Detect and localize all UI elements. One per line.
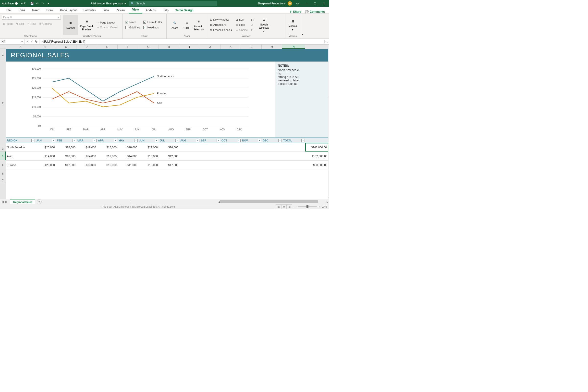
share-button[interactable]: ⇪ Share (290, 10, 301, 14)
col-header-A[interactable]: A (6, 44, 35, 49)
zoom-level[interactable]: 90% (322, 205, 327, 208)
col-header-G[interactable]: G (138, 44, 159, 49)
chart[interactable]: $0$5,000$10,000$15,000$20,000$25,000$30,… (6, 62, 275, 138)
filter-icon[interactable]: ▾ (31, 139, 35, 142)
table-header-apr[interactable]: APR▾ (97, 138, 118, 143)
tab-file[interactable]: File (2, 7, 14, 14)
ribbon-display-icon[interactable]: ▭ (294, 1, 301, 6)
sheetview-dropdown[interactable]: Default▾ (2, 15, 61, 20)
col-header-M[interactable]: M (262, 44, 282, 49)
headings-checkbox[interactable]: Headings (142, 26, 163, 30)
tab-add-ins[interactable]: Add-ins (142, 7, 159, 14)
customviews-button[interactable]: ▭ Custom Views (96, 25, 118, 29)
minimize-button[interactable]: — (303, 1, 310, 6)
tab-help[interactable]: Help (159, 7, 172, 14)
table-header-jul[interactable]: JUL▾ (159, 138, 179, 143)
row-header-7[interactable]: 7 (0, 178, 6, 183)
collapse-ribbon-button[interactable]: ˆ (300, 14, 305, 38)
normal-view-button[interactable]: ▦ Normal (63, 15, 78, 35)
table-header-total[interactable]: TOTAL▾ (282, 138, 305, 143)
tab-page-layout[interactable]: Page Layout (57, 7, 80, 14)
zoom-out-button[interactable]: — (294, 205, 296, 208)
table-header-region[interactable]: REGION▾ (6, 138, 35, 143)
filter-icon[interactable]: ▾ (155, 139, 158, 142)
filter-icon[interactable]: ▾ (93, 139, 96, 142)
zoom-in-button[interactable]: + (319, 205, 320, 208)
customize-qat-icon[interactable]: ▾ (46, 1, 50, 6)
row-header-3[interactable]: 3 (0, 146, 6, 152)
table-row[interactable]: Asia$14,000$18,000$14,000$12,000$14,000$… (6, 152, 328, 160)
filter-icon[interactable]: ▾ (196, 139, 199, 142)
horizontal-scrollbar[interactable]: ◀ ▶ (218, 200, 328, 204)
zoom100-button[interactable]: ▭100% (182, 15, 191, 35)
table-header-oct[interactable]: OCT▾ (221, 138, 241, 143)
comments-button[interactable]: 💬 Comments (305, 10, 325, 14)
table-header-feb[interactable]: FEB▾ (56, 138, 76, 143)
pagebreak-button[interactable]: ⊞ Page Break Preview (79, 15, 94, 35)
filter-icon[interactable]: ▾ (52, 139, 55, 142)
formula-input[interactable]: =SUM('Regional Sales'!$B4:$M4) (39, 40, 324, 44)
notes-panel[interactable]: NOTES: North America citsstrong run in A… (275, 62, 328, 138)
filename[interactable]: FileInfo.com Example.xlsm ▾ (91, 2, 126, 5)
tab-view[interactable]: View (129, 6, 142, 14)
gridlines-checkbox[interactable]: Gridlines (124, 26, 141, 30)
col-header-F[interactable]: F (118, 44, 138, 49)
row-header-2[interactable]: 2 (0, 60, 6, 146)
filter-icon[interactable]: ▾ (114, 139, 117, 142)
zoom-button[interactable]: 🔍Zoom (169, 15, 181, 35)
hide-button[interactable]: ▭ Hide (235, 23, 249, 27)
col-header-L[interactable]: L (241, 44, 262, 49)
maximize-button[interactable]: ☐ (312, 1, 318, 6)
col-header-D[interactable]: D (76, 44, 97, 49)
col-header-B[interactable]: B (35, 44, 56, 49)
col-header-I[interactable]: I (179, 44, 200, 49)
filter-icon[interactable]: ▾ (175, 139, 179, 142)
filter-icon[interactable]: ▾ (134, 139, 138, 142)
row-header-5[interactable]: 5 (0, 160, 6, 169)
enter-formula-icon[interactable]: ✓ (31, 40, 33, 43)
undo-icon[interactable]: ↶ (35, 1, 40, 6)
tab-home[interactable]: Home (14, 7, 29, 14)
fx-icon[interactable]: fx (35, 40, 37, 44)
close-button[interactable]: ✕ (320, 1, 327, 6)
filter-icon[interactable]: ▾ (217, 139, 220, 142)
col-header-K[interactable]: K (221, 44, 241, 49)
col-header-H[interactable]: H (159, 44, 179, 49)
macros-button[interactable]: ▦Macros▾ (288, 15, 298, 35)
zoom-slider[interactable] (298, 206, 317, 207)
filter-icon[interactable]: ▾ (237, 139, 241, 142)
table-header-may[interactable]: MAY▾ (118, 138, 138, 143)
tab-insert[interactable]: Insert (29, 7, 43, 14)
scroll-left-icon[interactable]: ◀ (218, 200, 220, 204)
table-header-jun[interactable]: JUN▾ (138, 138, 159, 143)
name-box[interactable]: N4▾ (0, 40, 24, 44)
pagelayout-view-icon-status[interactable]: ▭ (281, 204, 287, 209)
arrange-button[interactable]: ▦ Arrange All (209, 23, 233, 27)
save-icon[interactable]: 💾 (30, 1, 34, 6)
sheet-tab-active[interactable]: Regional Sales (10, 200, 35, 204)
row-header-4[interactable]: 4 (0, 152, 6, 160)
row-headers[interactable]: 1234567 (0, 49, 6, 199)
new-window-button[interactable]: ⊞ New Window (209, 18, 233, 22)
filter-icon[interactable]: ▾ (301, 139, 305, 142)
tab-review[interactable]: Review (112, 7, 129, 14)
table-header-dec[interactable]: DEC▾ (262, 138, 282, 143)
cancel-formula-icon[interactable]: ✕ (26, 40, 29, 43)
table-header-sep[interactable]: SEP▾ (200, 138, 221, 143)
next-sheet-icon[interactable]: ▶ (5, 200, 9, 204)
table-row[interactable]: North America$23,000$25,000$19,000$13,00… (6, 143, 328, 152)
tab-draw[interactable]: Draw (43, 7, 57, 14)
tab-table-design[interactable]: Table Design (172, 7, 197, 14)
vertical-scrollbar[interactable]: ▲ ▼ (328, 44, 329, 199)
row-header-6[interactable]: 6 (0, 169, 6, 178)
expand-formula-bar[interactable]: ⌄ (324, 40, 329, 44)
filter-icon[interactable]: ▾ (258, 139, 261, 142)
table-header-nov[interactable]: NOV▾ (241, 138, 262, 143)
pagelayout-button[interactable]: ▭ Page Layout (96, 20, 118, 24)
search-box[interactable]: 🔍 Search (129, 1, 217, 6)
scroll-down-icon[interactable]: ▼ (328, 195, 329, 199)
select-all-corner[interactable] (0, 44, 6, 49)
user-avatar[interactable]: SP (288, 1, 292, 6)
col-header-C[interactable]: C (56, 44, 76, 49)
add-sheet-button[interactable]: + (37, 199, 42, 204)
